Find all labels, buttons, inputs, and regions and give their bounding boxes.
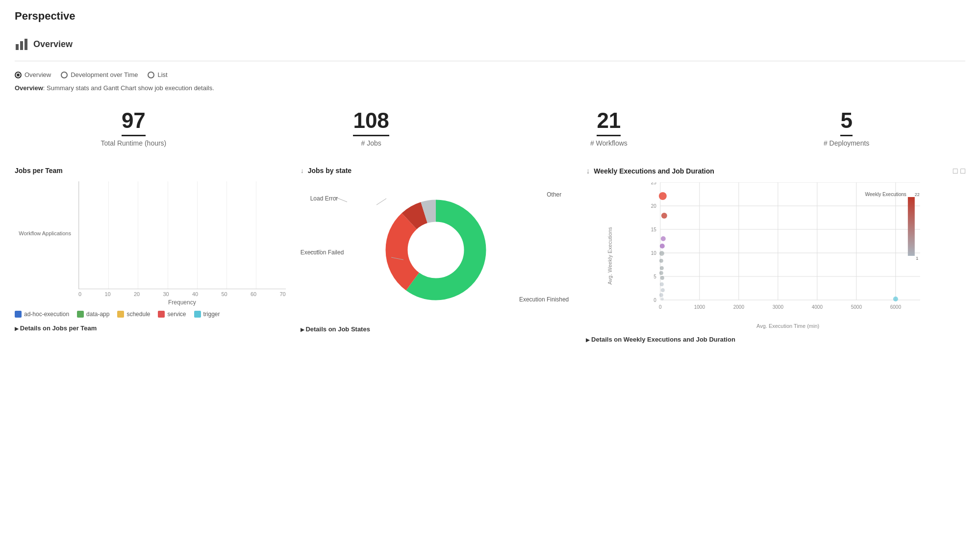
radio-development[interactable] (61, 72, 68, 78)
svg-point-46 (660, 276, 664, 280)
svg-text:6000: 6000 (890, 304, 902, 310)
legend-schedule: schedule (117, 311, 150, 318)
stat-deployments-number: 5 (840, 108, 852, 136)
jobs-per-team-panel: Jobs per Team (15, 167, 286, 332)
stat-runtime-label: Total Runtime (hours) (25, 139, 243, 147)
svg-point-48 (661, 288, 665, 292)
tab-list-label: List (157, 71, 167, 78)
view-tabs: Overview Development over Time List (15, 71, 965, 78)
svg-text:4000: 4000 (812, 304, 823, 310)
section-title: Overview (33, 39, 73, 50)
svg-point-49 (659, 293, 663, 297)
details-job-states[interactable]: Details on Job States (301, 325, 572, 333)
svg-point-47 (660, 282, 664, 286)
svg-point-50 (661, 298, 664, 300)
expand-icon[interactable]: □ (953, 167, 958, 175)
svg-text:22: 22 (915, 192, 920, 197)
fullscreen-icon[interactable]: □ (960, 167, 965, 175)
overview-description: Overview: Summary stats and Gantt Chart … (15, 84, 965, 92)
svg-text:3000: 3000 (773, 304, 784, 310)
svg-text:Weekly Executions: Weekly Executions (865, 192, 906, 197)
stat-runtime: 97 Total Runtime (hours) (15, 103, 252, 152)
svg-rect-0 (16, 44, 19, 50)
scatter-chart: 0 5 10 15 20 25 0 1000 2000 3000 4000 50… (610, 182, 965, 329)
svg-rect-52 (908, 197, 915, 256)
stat-jobs-label: # Jobs (262, 139, 480, 147)
stat-workflows: 21 # Workflows (490, 103, 728, 152)
chart-icon (15, 37, 28, 51)
svg-point-42 (659, 251, 664, 256)
section-header: Overview (15, 32, 965, 56)
details-jobs-per-team[interactable]: Details on Jobs per Team (15, 324, 286, 332)
tab-list[interactable]: List (148, 71, 167, 78)
radio-overview[interactable] (15, 72, 22, 78)
donut-svg (382, 196, 490, 304)
download-icon[interactable]: ↓ (301, 167, 304, 174)
label-execfailed: Execution Failed (301, 249, 344, 256)
tab-development[interactable]: Development over Time (61, 71, 138, 78)
label-loaderror: Load Error (310, 195, 338, 202)
x-axis-title: Frequency (78, 299, 286, 306)
svg-point-44 (660, 266, 664, 270)
stat-jobs: 108 # Jobs (252, 103, 490, 152)
chart-title-actions: □ □ (953, 167, 965, 175)
jobs-by-state-title: ↓ Jobs by state (301, 167, 572, 174)
stat-jobs-number: 108 (353, 108, 389, 136)
jobs-by-state-panel: ↓ Jobs by state (301, 167, 572, 333)
stat-workflows-number: 21 (597, 108, 621, 136)
jobs-per-team-title: Jobs per Team (15, 167, 286, 174)
svg-text:0: 0 (654, 298, 657, 303)
label-other: Other (547, 191, 561, 198)
section-divider (15, 61, 965, 61)
y-axis-label: Avg. Weekly Executions (607, 227, 613, 285)
svg-text:20: 20 (651, 203, 657, 209)
weekly-exec-panel: ↓ Weekly Executions and Job Duration □ □… (586, 167, 965, 343)
svg-rect-1 (20, 41, 23, 50)
svg-text:10: 10 (651, 250, 657, 256)
legend-service: service (158, 311, 186, 318)
svg-text:2000: 2000 (733, 304, 745, 310)
charts-row: Jobs per Team (15, 167, 965, 343)
details-weekly-exec[interactable]: Details on Weekly Executions and Job Dur… (586, 336, 965, 343)
svg-rect-2 (25, 39, 27, 50)
svg-point-51 (893, 297, 898, 301)
svg-point-7 (409, 223, 463, 277)
tab-overview[interactable]: Overview (15, 71, 51, 78)
svg-text:1000: 1000 (694, 304, 705, 310)
label-execfinished: Execution Finished (519, 296, 569, 303)
svg-point-41 (660, 244, 665, 249)
legend-trigger: trigger (194, 311, 220, 318)
bar-chart: Workflow Applications 0 10 (78, 181, 286, 306)
tab-development-label: Development over Time (71, 71, 138, 78)
svg-point-45 (659, 271, 663, 275)
download-icon-weekly[interactable]: ↓ (586, 167, 590, 175)
stat-workflows-label: # Workflows (500, 139, 718, 147)
x-axis-title-weekly: Avg. Execution Time (min) (610, 323, 965, 329)
tab-overview-label: Overview (25, 71, 51, 78)
scatter-svg: 0 5 10 15 20 25 0 1000 2000 3000 4000 50… (610, 182, 965, 320)
stat-runtime-number: 97 (122, 108, 146, 136)
app-title: Perspective (15, 10, 965, 23)
svg-point-40 (661, 236, 666, 241)
radio-list[interactable] (148, 72, 154, 78)
svg-point-43 (659, 259, 663, 263)
legend-dataapp: data-app (77, 311, 109, 318)
svg-text:0: 0 (659, 304, 662, 310)
donut-chart-container: Other Load Error Execution Failed Execut… (301, 181, 572, 319)
svg-point-38 (659, 192, 667, 200)
bar-chart-legend: ad-hoc-execution data-app schedule servi… (15, 311, 286, 318)
scatter-plot-wrapper: Avg. Weekly Executions (586, 182, 965, 329)
stat-deployments: 5 # Deployments (728, 103, 965, 152)
stats-row: 97 Total Runtime (hours) 108 # Jobs 21 #… (15, 103, 965, 152)
svg-text:5000: 5000 (851, 304, 862, 310)
svg-text:5: 5 (654, 274, 657, 279)
svg-text:25: 25 (651, 182, 657, 185)
weekly-exec-title: ↓ Weekly Executions and Job Duration □ □ (586, 167, 965, 175)
svg-point-39 (661, 213, 667, 219)
svg-text:1: 1 (916, 256, 919, 261)
stat-deployments-label: # Deployments (737, 139, 955, 147)
svg-text:15: 15 (651, 227, 657, 232)
legend-adhoc: ad-hoc-execution (15, 311, 69, 318)
x-axis-labels: 0 10 20 30 40 50 60 70 (78, 291, 286, 297)
